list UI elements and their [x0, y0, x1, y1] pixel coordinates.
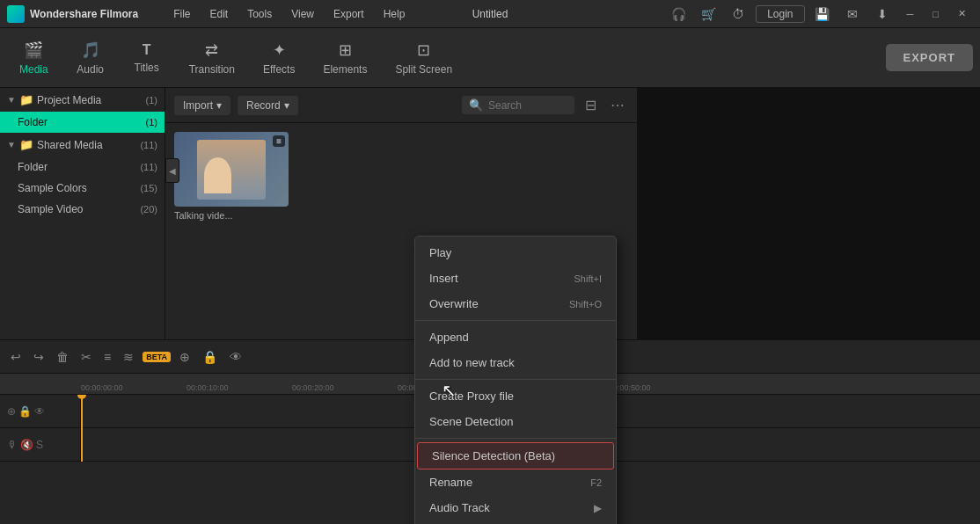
- filter-icon[interactable]: ⊟: [581, 95, 600, 115]
- track-label-video: ⊕ 🔒 👁: [0, 395, 80, 428]
- close-button[interactable]: ✕: [951, 8, 973, 19]
- media-item[interactable]: ≡ Talking vide...: [174, 132, 289, 221]
- titles-tab-icon: T: [143, 42, 151, 58]
- audio-settings-button[interactable]: ≡: [100, 346, 114, 368]
- elements-tab-label: Elements: [323, 63, 367, 76]
- tab-effects[interactable]: ✦ Effects: [251, 35, 307, 81]
- shared-media-folder-item[interactable]: Folder (11): [0, 156, 165, 178]
- shared-media-header[interactable]: ▼ 📁 Shared Media (11): [0, 133, 165, 156]
- tab-splitscreen[interactable]: ⊡ Split Screen: [383, 35, 464, 81]
- ctx-rename-label: Rename: [429, 476, 472, 489]
- login-button[interactable]: Login: [756, 5, 804, 23]
- media-tab-icon: 🎬: [24, 40, 43, 60]
- ruler-mark-50: 00:00:50:00: [609, 383, 714, 392]
- ctx-rename-shortcut: F2: [590, 477, 602, 488]
- search-input[interactable]: [488, 99, 567, 112]
- cart-icon[interactable]: 🛒: [696, 4, 720, 24]
- sample-colors-item[interactable]: Sample Colors (15): [0, 178, 165, 199]
- ctx-create-proxy[interactable]: Create Proxy file: [415, 383, 616, 409]
- track-add-icon[interactable]: ⊕: [7, 405, 16, 418]
- media-thumbnail[interactable]: ≡: [174, 132, 289, 207]
- ctx-add-track[interactable]: Add to new track: [415, 350, 616, 375]
- headset-icon[interactable]: 🎧: [666, 4, 691, 24]
- redo-button[interactable]: ↪: [30, 346, 48, 368]
- ctx-audio-track[interactable]: Audio Track ▶: [415, 495, 616, 520]
- tab-media[interactable]: 🎬 Media: [7, 35, 61, 81]
- track-mic-icon[interactable]: 🎙: [7, 439, 18, 451]
- track-mute-icon[interactable]: 🔇: [20, 439, 33, 451]
- cut-button[interactable]: ✂: [77, 346, 95, 368]
- ctx-relink[interactable]: Relink Media: [415, 520, 616, 524]
- ruler-mark-0: 00:00:00:00: [81, 383, 186, 392]
- ctx-scene-detection[interactable]: Scene Detection: [415, 409, 616, 434]
- media-thumb-label: Talking vide...: [174, 210, 289, 221]
- delete-clip-button[interactable]: 🗑: [53, 346, 72, 368]
- sample-video-item[interactable]: Sample Video (20): [0, 199, 165, 220]
- effects-tab-icon: ✦: [273, 40, 286, 60]
- record-button[interactable]: Record ▾: [238, 96, 298, 115]
- save-icon[interactable]: 💾: [810, 4, 835, 24]
- ctx-add-track-label: Add to new track: [429, 356, 515, 369]
- track-lock-icon[interactable]: 🔒: [18, 405, 32, 418]
- tab-audio[interactable]: 🎵 Audio: [64, 35, 117, 81]
- menu-file[interactable]: File: [165, 4, 199, 24]
- playhead[interactable]: [81, 395, 83, 462]
- shared-folder-label: Folder: [18, 161, 136, 173]
- folder-item-count: (1): [146, 117, 157, 127]
- ruler-mark-10: 00:00:10:00: [186, 383, 292, 392]
- track-icons: ⊕ 🔒 👁: [7, 405, 45, 418]
- shared-media-count: (11): [140, 140, 157, 150]
- ctx-sep-3: [415, 438, 616, 439]
- import-button[interactable]: Import ▾: [174, 96, 230, 115]
- menu-bar: File Edit Tools View Export Help: [165, 4, 666, 24]
- mail-icon[interactable]: ✉: [840, 4, 865, 24]
- ctx-sep-1: [415, 320, 616, 321]
- window-title: Untitled: [472, 8, 508, 20]
- ruler-mark-20: 00:00:20:00: [292, 383, 398, 392]
- ctx-insert[interactable]: Insert Shift+I: [415, 266, 616, 291]
- menu-view[interactable]: View: [282, 4, 323, 24]
- grid-icon[interactable]: ⋯: [607, 95, 628, 115]
- media-content: ≡ Talking vide... Play Insert Shift+I Ov…: [165, 123, 637, 232]
- project-media-folder-item[interactable]: Folder (1): [0, 112, 165, 133]
- menu-edit[interactable]: Edit: [201, 4, 237, 24]
- ctx-scene-label: Scene Detection: [429, 415, 513, 428]
- ctx-overwrite[interactable]: Overwrite Shift+O: [415, 291, 616, 317]
- ctx-play[interactable]: Play: [415, 240, 616, 266]
- export-button[interactable]: EXPORT: [886, 44, 973, 71]
- tab-transition[interactable]: ⇄ Transition: [177, 35, 247, 81]
- panel-collapse-button[interactable]: ◀: [165, 158, 179, 183]
- ctx-play-label: Play: [429, 246, 451, 259]
- ctx-append-label: Append: [429, 331, 469, 344]
- download-icon[interactable]: ⬇: [870, 4, 895, 24]
- minimize-button[interactable]: ─: [900, 9, 921, 19]
- track-solo-icon[interactable]: S: [36, 439, 43, 451]
- menu-help[interactable]: Help: [375, 4, 414, 24]
- titlebar-right: 🎧 🛒 ⏱ Login 💾 ✉ ⬇ ─ □ ✕: [666, 4, 973, 24]
- effects-tab-label: Effects: [263, 63, 295, 76]
- clock-icon[interactable]: ⏱: [726, 4, 750, 24]
- waveform-button[interactable]: ≋: [120, 346, 137, 368]
- folder-item-label: Folder: [18, 116, 143, 128]
- magnet-button[interactable]: ⊕: [176, 346, 194, 368]
- ctx-silence-detection[interactable]: Silence Detection (Beta): [417, 442, 614, 469]
- lock-button[interactable]: 🔒: [199, 346, 221, 368]
- eye-button[interactable]: 👁: [226, 346, 245, 368]
- beta-badge: BETA: [143, 352, 171, 362]
- project-media-header[interactable]: ▼ 📁 Project Media (1): [0, 88, 165, 112]
- ctx-append[interactable]: Append: [415, 324, 616, 350]
- sample-video-count: (20): [140, 204, 157, 215]
- track-eye-icon[interactable]: 👁: [34, 405, 45, 418]
- title-bar: Wondershare Filmora File Edit Tools View…: [0, 0, 980, 28]
- ctx-audio-track-arrow: ▶: [594, 502, 602, 514]
- tab-titles[interactable]: T Titles: [121, 37, 173, 79]
- ctx-silence-label: Silence Detection (Beta): [432, 449, 555, 462]
- project-media-count: (1): [146, 95, 157, 106]
- undo-button[interactable]: ↩: [7, 346, 25, 368]
- ctx-rename[interactable]: Rename F2: [415, 469, 616, 495]
- menu-tools[interactable]: Tools: [238, 4, 281, 24]
- menu-export[interactable]: Export: [325, 4, 373, 24]
- project-media-label: Project Media: [37, 94, 143, 106]
- tab-elements[interactable]: ⊞ Elements: [311, 35, 379, 81]
- maximize-button[interactable]: □: [925, 9, 946, 19]
